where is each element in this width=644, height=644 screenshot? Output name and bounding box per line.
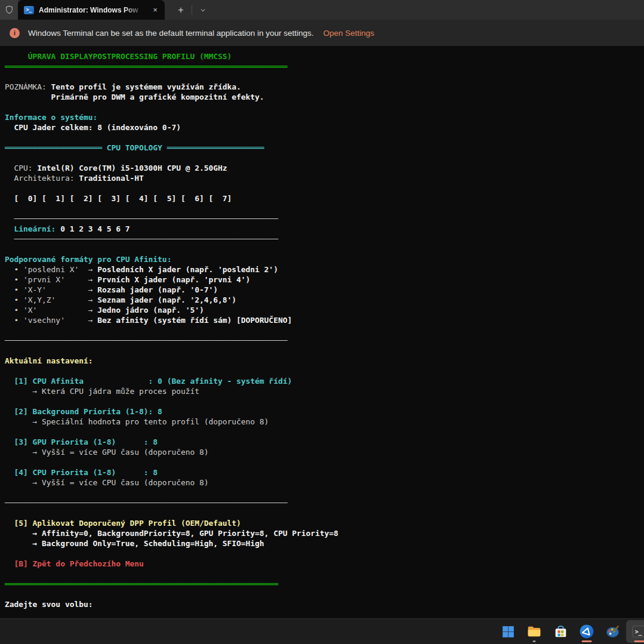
file-explorer-icon[interactable] [521,620,547,643]
tab-dropdown-button[interactable] [194,0,212,20]
open-settings-link[interactable]: Open Settings [323,29,375,38]
terminal-tab[interactable]: >_ Administrator: Windows Pow × [18,0,165,20]
default-terminal-banner: i Windows Terminal can be set as the def… [0,20,644,46]
windows-start-icon[interactable] [495,620,521,643]
blue-circle-app-icon[interactable] [574,620,600,643]
new-tab-button[interactable]: + [172,0,190,20]
windows-terminal-icon[interactable]: >_ [626,620,644,643]
active-indicator [582,640,592,642]
active-indicator [634,640,644,642]
paint-icon[interactable] [600,620,626,643]
powershell-icon: >_ [24,6,34,14]
shield-icon [4,5,14,15]
chevron-down-icon [199,7,207,14]
admin-badge [0,0,18,20]
desktop-screen: >_ Administrator: Windows Pow × + i Wind… [0,0,644,644]
titlebar-divider [192,5,192,15]
banner-message: Windows Terminal can be set as the defau… [28,29,314,38]
info-icon: i [10,28,20,38]
tab-title: Administrator: Windows Pow [39,6,148,14]
tab-close-button[interactable]: × [148,3,162,17]
svg-text:>_: >_ [635,628,642,636]
running-indicator [533,640,536,642]
terminal-titlebar: >_ Administrator: Windows Pow × + [0,0,644,20]
microsoft-store-icon[interactable] [547,620,574,643]
terminal-output[interactable]: ÚPRAVA DISPLAYPOSTPROCESSING PROFILU (MM… [0,46,644,619]
taskbar: >_ [0,618,644,644]
